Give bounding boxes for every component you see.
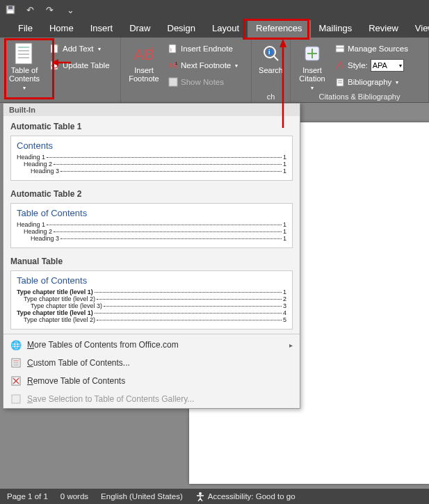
redo-icon[interactable]: ↷ bbox=[43, 3, 56, 16]
qat-overflow-icon[interactable]: ⌄ bbox=[64, 3, 76, 16]
remove-toc-menuitem[interactable]: Remove Table of Contents bbox=[3, 372, 300, 390]
show-notes-icon bbox=[168, 77, 178, 87]
toc-icon bbox=[3, 42, 46, 65]
manage-sources-icon bbox=[335, 44, 345, 54]
status-language[interactable]: English (United States) bbox=[101, 492, 183, 501]
footnote-icon: AB1 bbox=[124, 42, 164, 65]
custom-toc-icon bbox=[10, 357, 22, 368]
ribbon: Table of Contents ▾ + Add Text▾ Update T… bbox=[0, 38, 429, 103]
remove-icon bbox=[10, 375, 22, 387]
tab-design[interactable]: Design bbox=[159, 20, 204, 38]
style-icon bbox=[335, 60, 345, 70]
save-selection-menuitem: Save Selection to Table of Contents Gall… bbox=[3, 390, 300, 408]
tab-view[interactable]: View bbox=[407, 20, 429, 38]
gallery-option[interactable]: Automatic Table 2Table of ContentsHeadin… bbox=[3, 184, 300, 251]
undo-icon[interactable]: ↶ bbox=[24, 3, 36, 16]
tab-mailings[interactable]: Mailings bbox=[311, 20, 361, 38]
toc-button-label: Table of Contents bbox=[3, 66, 46, 83]
show-notes-button[interactable]: Show Notes bbox=[165, 74, 241, 90]
style-dropdown[interactable]: APA▾ bbox=[371, 59, 404, 72]
tab-file[interactable]: File bbox=[10, 20, 41, 38]
update-table-button[interactable]: Update Table bbox=[47, 58, 113, 73]
tab-draw[interactable]: Draw bbox=[121, 20, 159, 38]
svg-rect-23 bbox=[336, 45, 344, 52]
chevron-down-icon: ▾ bbox=[396, 79, 398, 86]
status-bar: Page 1 of 1 0 words English (United Stat… bbox=[0, 489, 429, 504]
save-gallery-icon bbox=[10, 393, 22, 405]
bibliography-icon bbox=[335, 77, 345, 87]
insert-endnote-button[interactable]: i Insert Endnote bbox=[165, 41, 241, 56]
svg-point-38 bbox=[199, 492, 202, 495]
svg-text:+: + bbox=[56, 44, 60, 49]
status-page[interactable]: Page 1 of 1 bbox=[7, 492, 48, 501]
tab-references[interactable]: References bbox=[248, 20, 310, 38]
svg-rect-3 bbox=[15, 43, 32, 64]
svg-text:1: 1 bbox=[175, 61, 178, 65]
chevron-down-icon: ▾ bbox=[98, 46, 101, 52]
custom-toc-menuitem[interactable]: Custom Table of Contents... bbox=[3, 354, 300, 372]
endnote-icon: i bbox=[168, 44, 178, 54]
save-icon[interactable] bbox=[4, 3, 17, 16]
status-words[interactable]: 0 words bbox=[60, 492, 88, 501]
accessibility-icon bbox=[195, 491, 205, 501]
ribbon-tabs: FileHomeInsertDrawDesignLayoutReferences… bbox=[0, 19, 429, 38]
group-footnotes: AB1 Insert Footnote i Insert Endnote AB1… bbox=[121, 38, 252, 102]
svg-rect-33 bbox=[12, 395, 20, 403]
svg-rect-2 bbox=[8, 6, 13, 9]
quick-access-toolbar: ↶ ↷ ⌄ bbox=[0, 0, 429, 19]
globe-icon: 🌐 bbox=[10, 339, 22, 350]
svg-text:1: 1 bbox=[150, 46, 154, 53]
search-button[interactable]: i Search bbox=[254, 40, 287, 92]
group-toc: Table of Contents ▾ + Add Text▾ Update T… bbox=[0, 38, 121, 102]
insert-footnote-button[interactable]: AB1 Insert Footnote bbox=[124, 40, 164, 92]
next-footnote-button[interactable]: AB1 Next Footnote▾ bbox=[165, 58, 241, 73]
status-accessibility[interactable]: Accessibility: Good to go bbox=[195, 491, 296, 501]
add-text-button[interactable]: + Add Text▾ bbox=[47, 41, 113, 56]
chevron-down-icon: ▾ bbox=[23, 85, 26, 91]
more-tocs-menuitem[interactable]: 🌐 More Tables of Contents from Office.co… bbox=[3, 336, 300, 354]
next-footnote-icon: AB1 bbox=[168, 60, 178, 70]
chevron-right-icon: ▸ bbox=[289, 341, 293, 349]
svg-line-19 bbox=[274, 56, 278, 60]
style-selector[interactable]: Style: APA▾ bbox=[332, 58, 411, 73]
chevron-down-icon: ▾ bbox=[235, 63, 238, 69]
tab-insert[interactable]: Insert bbox=[82, 20, 122, 38]
toc-gallery: Built-In Automatic Table 1ContentsHeadin… bbox=[3, 103, 300, 409]
chevron-down-icon: ▾ bbox=[311, 85, 314, 91]
group-research: i Search ch bbox=[252, 38, 291, 102]
update-icon bbox=[50, 60, 60, 70]
gallery-option[interactable]: Manual TableTable of ContentsType chapte… bbox=[3, 251, 300, 332]
citation-icon bbox=[293, 42, 331, 65]
insert-citation-button[interactable]: Insert Citation ▾ bbox=[293, 40, 331, 92]
manage-sources-button[interactable]: Manage Sources bbox=[332, 41, 411, 56]
svg-text:i: i bbox=[268, 49, 270, 56]
gallery-option[interactable]: Automatic Table 1ContentsHeading 11Headi… bbox=[3, 116, 300, 184]
tab-home[interactable]: Home bbox=[41, 20, 82, 38]
group-citations: Insert Citation ▾ Manage Sources Style: … bbox=[291, 38, 429, 102]
tab-review[interactable]: Review bbox=[360, 20, 407, 38]
table-of-contents-button[interactable]: Table of Contents ▾ bbox=[3, 40, 46, 92]
search-icon: i bbox=[254, 42, 287, 65]
svg-text:i: i bbox=[170, 47, 172, 53]
add-text-icon: + bbox=[50, 44, 60, 54]
gallery-category-builtin: Built-In bbox=[3, 104, 300, 116]
tab-layout[interactable]: Layout bbox=[204, 20, 248, 38]
bibliography-button[interactable]: Bibliography▾ bbox=[332, 74, 411, 90]
svg-rect-17 bbox=[169, 78, 177, 86]
svg-rect-1 bbox=[8, 10, 13, 13]
